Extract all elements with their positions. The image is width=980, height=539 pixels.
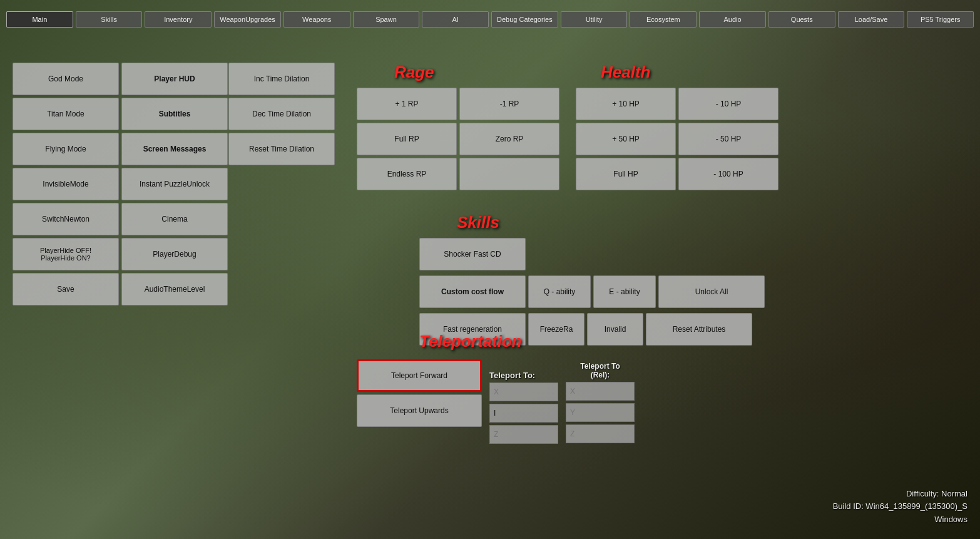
audio-theme-level-button[interactable]: AudioThemeLevel: [121, 273, 228, 305]
flying-mode-button[interactable]: Flying Mode: [13, 133, 119, 165]
zero-rp-button[interactable]: Zero RP: [459, 123, 559, 155]
minus-10-hp-button[interactable]: - 10 HP: [678, 88, 778, 120]
teleport-forward-button[interactable]: Teleport Forward: [357, 359, 482, 392]
shocker-fast-cd-button[interactable]: Shocker Fast CD: [419, 238, 526, 270]
full-rp-button[interactable]: Full RP: [357, 123, 457, 155]
nav-utility[interactable]: Utility: [561, 11, 628, 28]
skills-row2: Custom cost flow Q - ability E - ability…: [419, 275, 765, 308]
status-bar: Difficulty: Normal Build ID: Win64_13589…: [833, 488, 967, 526]
top-nav-bar: Main Skills Inventory WeaponUpgrades Wea…: [6, 11, 974, 28]
invisible-mode-button[interactable]: InvisibleMode: [13, 168, 119, 200]
teleport-to-y-input[interactable]: [489, 404, 558, 423]
player-hide-button[interactable]: PlayerHide OFF! PlayerHide ON?: [13, 238, 119, 270]
teleportation-content: Teleport Forward Teleport Upwards Telepo…: [357, 359, 635, 444]
plus-50-hp-button[interactable]: + 50 HP: [576, 123, 676, 155]
titan-mode-button[interactable]: Titan Mode: [13, 98, 119, 130]
health-title: Health: [601, 63, 650, 82]
q-ability-button[interactable]: Q - ability: [528, 275, 591, 308]
nav-loadsave[interactable]: Load/Save: [838, 11, 905, 28]
plus-1-rp-button[interactable]: + 1 RP: [357, 88, 457, 120]
nav-debug[interactable]: Debug Categories: [491, 11, 558, 28]
inc-time-dilation-button[interactable]: Inc Time Dilation: [228, 63, 335, 95]
teleport-to-inputs: [489, 382, 558, 444]
unlock-all-button[interactable]: Unlock All: [658, 275, 765, 308]
nav-skills[interactable]: Skills: [76, 11, 143, 28]
teleport-to-label: Teleport To:: [489, 371, 556, 380]
plus-10-hp-button[interactable]: + 10 HP: [576, 88, 676, 120]
save-button[interactable]: Save: [13, 273, 119, 305]
minus-1-rp-button[interactable]: -1 RP: [459, 88, 559, 120]
nav-inventory[interactable]: Inventory: [145, 11, 212, 28]
player-hud-button[interactable]: Player HUD: [121, 63, 228, 95]
god-mode-button[interactable]: God Mode: [13, 63, 119, 95]
invalid-button[interactable]: Invalid: [587, 313, 643, 346]
skills-title: Skills: [457, 213, 499, 232]
teleport-to-section: Teleport To:: [489, 359, 558, 444]
left-panel: God Mode Player HUD Titan Mode Subtitles…: [13, 63, 228, 305]
teleport-rel-label: Teleport To (Rel):: [566, 362, 635, 379]
minus-100-hp-button[interactable]: - 100 HP: [678, 158, 778, 190]
teleport-to-z-input[interactable]: [489, 425, 558, 444]
nav-ecosystem[interactable]: Ecosystem: [630, 11, 697, 28]
teleport-rel-inputs: [566, 382, 635, 443]
teleport-rel-y-input[interactable]: [566, 403, 635, 422]
reset-time-dilation-button[interactable]: Reset Time Dilation: [228, 133, 335, 165]
nav-weaponupgrades[interactable]: WeaponUpgrades: [214, 11, 281, 28]
nav-weapons[interactable]: Weapons: [283, 11, 350, 28]
rage-title: Rage: [394, 63, 434, 82]
rage-empty-button[interactable]: [459, 158, 559, 190]
teleport-rel-z-input[interactable]: [566, 424, 635, 443]
nav-audio[interactable]: Audio: [699, 11, 766, 28]
skills-row1: Shocker Fast CD: [419, 238, 526, 270]
full-hp-button[interactable]: Full HP: [576, 158, 676, 190]
endless-rp-button[interactable]: Endless RP: [357, 158, 457, 190]
dec-time-dilation-button[interactable]: Dec Time Dilation: [228, 98, 335, 130]
teleport-rel-x-input[interactable]: [566, 382, 635, 401]
rage-grid: + 1 RP -1 RP Full RP Zero RP Endless RP: [357, 88, 559, 190]
reset-attributes-button[interactable]: Reset Attributes: [646, 313, 752, 346]
difficulty-text: Difficulty: Normal: [833, 488, 967, 501]
teleportation-title: Teleportation: [419, 332, 522, 351]
minus-50-hp-button[interactable]: - 50 HP: [678, 123, 778, 155]
switch-newton-button[interactable]: SwitchNewton: [13, 203, 119, 235]
teleport-buttons: Teleport Forward Teleport Upwards: [357, 359, 482, 444]
nav-quests[interactable]: Quests: [768, 11, 835, 28]
nav-ps5[interactable]: PS5 Triggers: [907, 11, 974, 28]
subtitles-button[interactable]: Subtitles: [121, 98, 228, 130]
screen-messages-button[interactable]: Screen Messages: [121, 133, 228, 165]
e-ability-button[interactable]: E - ability: [593, 275, 656, 308]
mid-panel: Inc Time Dilation Dec Time Dilation Rese…: [228, 63, 335, 165]
nav-main[interactable]: Main: [6, 11, 73, 28]
health-grid: + 10 HP - 10 HP + 50 HP - 50 HP Full HP …: [576, 88, 778, 190]
teleport-rel-section: Teleport To (Rel):: [566, 359, 635, 444]
teleport-upwards-button[interactable]: Teleport Upwards: [357, 394, 482, 427]
player-debug-button[interactable]: PlayerDebug: [121, 238, 228, 270]
nav-spawn[interactable]: Spawn: [353, 11, 420, 28]
custom-cost-flow-button[interactable]: Custom cost flow: [419, 275, 526, 308]
nav-ai[interactable]: AI: [422, 11, 489, 28]
instant-puzzle-unlock-button[interactable]: Instant PuzzleUnlock: [121, 168, 228, 200]
build-id-text: Build ID: Win64_135899_(135300)_S: [833, 500, 967, 513]
platform-text: Windows: [833, 513, 967, 526]
cinema-button[interactable]: Cinema: [121, 203, 228, 235]
teleport-to-x-input[interactable]: [489, 382, 558, 401]
freeze-ra-button[interactable]: FreezeRa: [528, 313, 584, 346]
